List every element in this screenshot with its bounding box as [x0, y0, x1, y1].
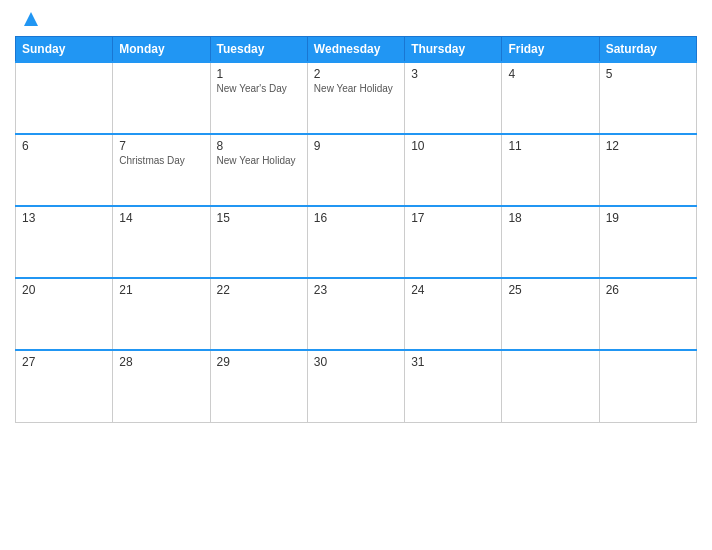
calendar-cell: 13	[16, 206, 113, 278]
holiday-text: New Year Holiday	[314, 83, 398, 94]
calendar-cell: 1New Year's Day	[210, 62, 307, 134]
svg-marker-0	[24, 12, 38, 26]
holiday-text: Christmas Day	[119, 155, 203, 166]
day-number: 28	[119, 355, 203, 369]
day-number: 18	[508, 211, 592, 225]
day-number: 21	[119, 283, 203, 297]
holiday-text: New Year Holiday	[217, 155, 301, 166]
calendar-cell: 14	[113, 206, 210, 278]
calendar-cell: 21	[113, 278, 210, 350]
day-number: 24	[411, 283, 495, 297]
calendar-cell: 17	[405, 206, 502, 278]
day-number: 25	[508, 283, 592, 297]
day-number: 11	[508, 139, 592, 153]
column-header-sunday: Sunday	[16, 37, 113, 63]
calendar-cell: 20	[16, 278, 113, 350]
calendar-cell: 15	[210, 206, 307, 278]
day-number: 10	[411, 139, 495, 153]
calendar-cell: 9	[307, 134, 404, 206]
day-number: 20	[22, 283, 106, 297]
calendar-cell: 8New Year Holiday	[210, 134, 307, 206]
day-number: 6	[22, 139, 106, 153]
calendar-cell: 27	[16, 350, 113, 422]
calendar-cell: 6	[16, 134, 113, 206]
day-number: 17	[411, 211, 495, 225]
calendar-cell: 5	[599, 62, 696, 134]
calendar-cell	[599, 350, 696, 422]
calendar-cell: 24	[405, 278, 502, 350]
week-row-1: 67Christmas Day8New Year Holiday9101112	[16, 134, 697, 206]
day-number: 29	[217, 355, 301, 369]
column-header-friday: Friday	[502, 37, 599, 63]
day-number: 22	[217, 283, 301, 297]
calendar-cell: 22	[210, 278, 307, 350]
calendar-table: SundayMondayTuesdayWednesdayThursdayFrid…	[15, 36, 697, 423]
day-number: 2	[314, 67, 398, 81]
calendar-cell: 4	[502, 62, 599, 134]
calendar-cell: 10	[405, 134, 502, 206]
day-number: 9	[314, 139, 398, 153]
calendar-cell: 2New Year Holiday	[307, 62, 404, 134]
logo-icon	[22, 10, 40, 28]
calendar-cell: 31	[405, 350, 502, 422]
column-header-saturday: Saturday	[599, 37, 696, 63]
calendar-cell: 23	[307, 278, 404, 350]
column-header-thursday: Thursday	[405, 37, 502, 63]
holiday-text: New Year's Day	[217, 83, 301, 94]
calendar-cell: 3	[405, 62, 502, 134]
calendar-header-row: SundayMondayTuesdayWednesdayThursdayFrid…	[16, 37, 697, 63]
day-number: 27	[22, 355, 106, 369]
calendar-cell: 26	[599, 278, 696, 350]
calendar-cell: 25	[502, 278, 599, 350]
calendar-cell: 7Christmas Day	[113, 134, 210, 206]
day-number: 13	[22, 211, 106, 225]
day-number: 12	[606, 139, 690, 153]
day-number: 26	[606, 283, 690, 297]
column-header-wednesday: Wednesday	[307, 37, 404, 63]
day-number: 16	[314, 211, 398, 225]
calendar-cell: 18	[502, 206, 599, 278]
week-row-2: 13141516171819	[16, 206, 697, 278]
week-row-3: 20212223242526	[16, 278, 697, 350]
day-number: 14	[119, 211, 203, 225]
calendar-cell: 11	[502, 134, 599, 206]
day-number: 15	[217, 211, 301, 225]
calendar-cell: 30	[307, 350, 404, 422]
week-row-0: 1New Year's Day2New Year Holiday345	[16, 62, 697, 134]
calendar-cell: 28	[113, 350, 210, 422]
calendar-header	[15, 10, 697, 28]
calendar-cell: 29	[210, 350, 307, 422]
day-number: 1	[217, 67, 301, 81]
day-number: 19	[606, 211, 690, 225]
calendar-cell	[113, 62, 210, 134]
day-number: 8	[217, 139, 301, 153]
calendar-cell	[502, 350, 599, 422]
day-number: 30	[314, 355, 398, 369]
calendar-cell	[16, 62, 113, 134]
calendar-cell: 19	[599, 206, 696, 278]
calendar-cell: 12	[599, 134, 696, 206]
column-header-tuesday: Tuesday	[210, 37, 307, 63]
day-number: 4	[508, 67, 592, 81]
day-number: 23	[314, 283, 398, 297]
calendar-container: SundayMondayTuesdayWednesdayThursdayFrid…	[0, 0, 712, 550]
day-number: 31	[411, 355, 495, 369]
day-number: 7	[119, 139, 203, 153]
calendar-cell: 16	[307, 206, 404, 278]
week-row-4: 2728293031	[16, 350, 697, 422]
day-number: 3	[411, 67, 495, 81]
logo	[20, 10, 42, 28]
column-header-monday: Monday	[113, 37, 210, 63]
day-number: 5	[606, 67, 690, 81]
